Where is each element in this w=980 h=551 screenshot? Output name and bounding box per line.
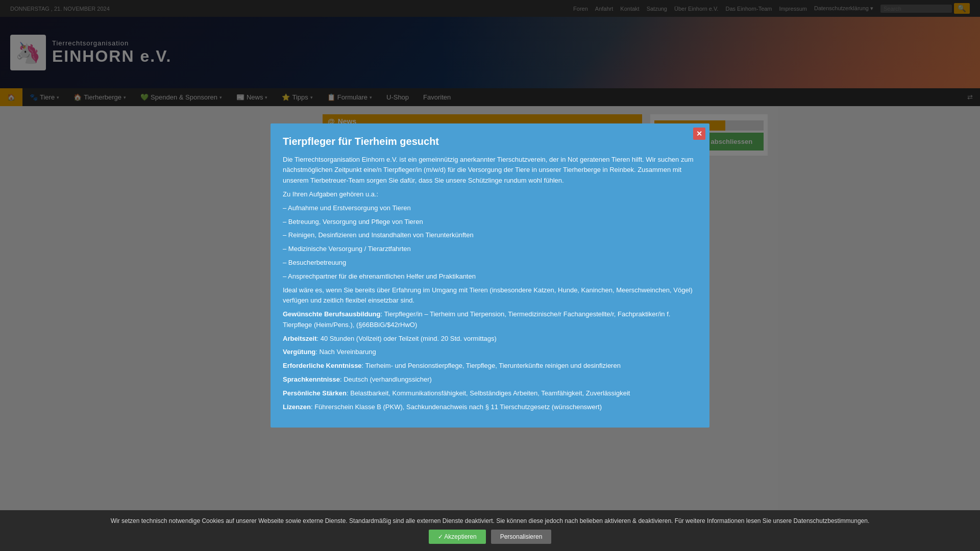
modal-overlay[interactable]: ✕ Tierpfleger für Tierheim gesucht Die T… [0, 0, 980, 224]
modal-paragraph: – Betreuung, Versorgung und Pflege von T… [283, 217, 697, 224]
modal-paragraph: Die Tierrechtsorganisation Einhorn e.V. … [283, 155, 697, 186]
modal-title: Tierpfleger für Tierheim gesucht [283, 136, 697, 147]
modal-paragraph: Zu Ihren Aufgaben gehören u.a.: [283, 189, 697, 200]
modal-dialog: ✕ Tierpfleger für Tierheim gesucht Die T… [271, 123, 709, 224]
modal-body: Die Tierrechtsorganisation Einhorn e.V. … [283, 155, 697, 224]
modal-close-button[interactable]: ✕ [693, 128, 705, 140]
modal-paragraph: – Aufnahme und Erstversorgung von Tieren [283, 203, 697, 214]
